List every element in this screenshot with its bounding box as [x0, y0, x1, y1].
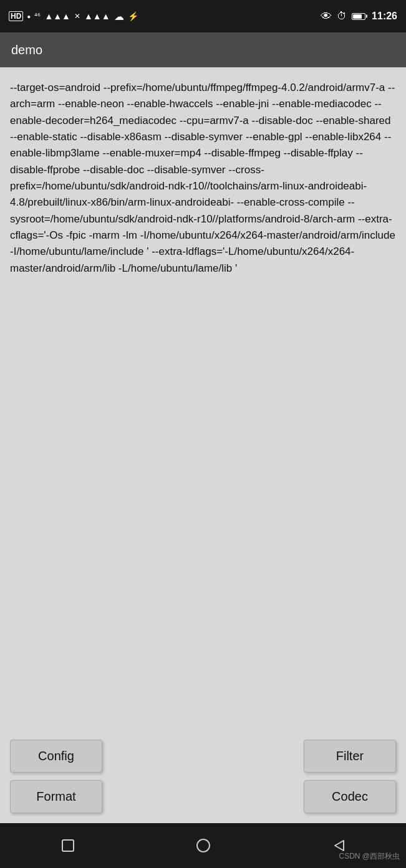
signal-bars-1-icon: ▲▲▲: [44, 11, 70, 21]
eye-icon: 👁: [321, 10, 332, 23]
usb-icon: ⚡: [128, 11, 138, 21]
signal-bars-2-icon: ▲▲▲: [84, 11, 110, 21]
title-bar: demo: [0, 32, 406, 67]
svg-point-1: [197, 839, 210, 852]
button-row-2: Format Codec: [10, 780, 396, 813]
hd-icon: HD: [9, 11, 23, 21]
button-row-1: Config Filter: [10, 740, 396, 773]
nav-home-button[interactable]: [191, 833, 216, 858]
watermark: CSDN @西部秋虫: [339, 851, 400, 862]
codec-button[interactable]: Codec: [304, 780, 396, 813]
clock-icon: ⏱: [337, 11, 347, 22]
buttons-area: Config Filter Format Codec: [10, 740, 396, 813]
close-icon: ✕: [74, 12, 80, 21]
status-bar-right: 👁 ⏱ 11:26: [321, 10, 397, 23]
notification-dot: ●: [27, 13, 31, 20]
status-bar: HD ● ⁴⁶ ▲▲▲ ✕ ▲▲▲ ☁ ⚡ 👁 ⏱ 11:26: [0, 0, 406, 32]
status-time: 11:26: [372, 11, 397, 22]
signal-4g-icon: ⁴⁶: [34, 12, 41, 21]
nav-recents-button[interactable]: [56, 833, 80, 858]
battery-icon: [352, 13, 365, 20]
svg-marker-2: [335, 841, 344, 851]
svg-rect-0: [62, 840, 74, 851]
wifi-icon: ☁: [114, 11, 124, 22]
filter-button[interactable]: Filter: [304, 740, 396, 773]
status-bar-left: HD ● ⁴⁶ ▲▲▲ ✕ ▲▲▲ ☁ ⚡: [9, 11, 138, 22]
config-button[interactable]: Config: [10, 740, 102, 773]
app-title: demo: [11, 43, 42, 57]
main-content: --target-os=android --prefix=/home/ubunt…: [0, 67, 406, 823]
format-button[interactable]: Format: [10, 780, 102, 813]
content-text: --target-os=android --prefix=/home/ubunt…: [10, 80, 396, 730]
